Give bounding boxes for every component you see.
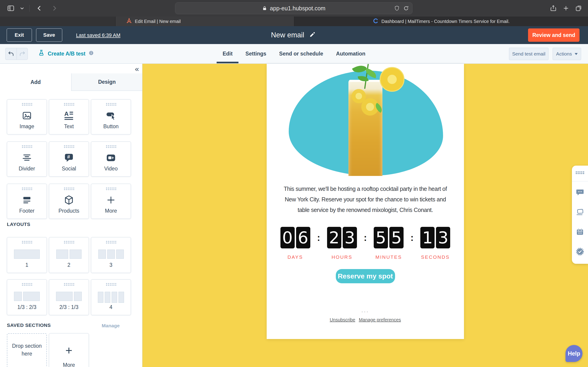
flask-icon: [38, 50, 44, 58]
drag-handle-icon: [64, 145, 74, 148]
hero-image-block[interactable]: [267, 64, 464, 176]
exit-button[interactable]: Exit: [7, 28, 32, 42]
drag-handle-icon: [22, 103, 32, 106]
body-line: This summer, we'll be hosting a rooftop …: [267, 184, 464, 194]
block-tile-products[interactable]: Products: [49, 184, 89, 219]
tab-settings[interactable]: Settings: [246, 44, 267, 63]
editor-toolbar: Create A/B test Edit Settings Send or sc…: [0, 44, 588, 64]
undo-button[interactable]: [5, 48, 17, 60]
layout-preview: [98, 292, 124, 303]
block-tile-button[interactable]: Button: [91, 99, 131, 134]
chevron-down-icon[interactable]: [20, 6, 24, 10]
drag-handle-icon: [22, 283, 32, 286]
drag-grid-icon[interactable]: [575, 171, 585, 174]
countdown-digit: 6: [296, 227, 310, 248]
countdown-separator: :: [364, 227, 367, 248]
footer-ellipsis: ...: [267, 308, 464, 314]
layout-tile-two-thirds-one-third[interactable]: 2/3 : 1/3: [49, 279, 89, 315]
unsubscribe-link[interactable]: Unsubscribe: [330, 317, 355, 322]
edit-title-pencil-icon[interactable]: [309, 32, 315, 39]
new-tab-icon[interactable]: [563, 5, 569, 11]
tab-edit[interactable]: Edit: [223, 44, 233, 63]
layout-preview: [56, 250, 82, 259]
email-footer-links: Unsubscribe Manage preferences: [267, 317, 464, 323]
certified-badge-icon[interactable]: [576, 247, 584, 257]
block-tile-footer[interactable]: Footer: [7, 184, 47, 219]
saved-more-tile[interactable]: + More: [49, 333, 89, 367]
collapse-sidebar-icon[interactable]: «: [135, 64, 139, 73]
divider: [29, 5, 30, 12]
countdown-timer-block[interactable]: 0 6 DAYS : 2 3 HOURS : 5: [267, 227, 464, 260]
countdown-label: DAYS: [288, 254, 303, 260]
countdown-digit: 5: [389, 227, 404, 248]
laptop-icon[interactable]: [575, 208, 585, 217]
block-tile-image[interactable]: Image: [7, 99, 47, 134]
products-icon: [64, 194, 74, 206]
help-button[interactable]: Help: [565, 345, 582, 362]
countdown-days: 0 6 DAYS: [280, 227, 310, 260]
browser-tab-mailtimers[interactable]: Dashboard | MailTimers - Countdown Timer…: [294, 17, 588, 26]
lemon-wheel-graphic: [380, 67, 405, 92]
forward-icon[interactable]: [51, 5, 58, 12]
social-icon: #: [64, 152, 74, 164]
layout-tile-1[interactable]: 1: [7, 237, 47, 273]
send-test-email-button[interactable]: Send test email: [509, 48, 548, 60]
browser-tab-label: Edit Email | New email: [135, 19, 181, 24]
countdown-hours: 2 3 HOURS: [327, 227, 357, 260]
tab-overview-icon[interactable]: [575, 5, 582, 12]
block-tile-social[interactable]: # Social: [49, 142, 89, 177]
saved-sections-title: SAVED SECTIONS: [7, 323, 51, 328]
block-tile-video[interactable]: Video: [91, 142, 131, 177]
divider-icon: [22, 152, 32, 164]
layout-tile-2[interactable]: 2: [49, 237, 89, 273]
drag-handle-icon: [106, 187, 116, 190]
sidebar-toggle-icon[interactable]: [7, 4, 15, 12]
mailtimers-icon: [373, 18, 379, 25]
layout-tile-3[interactable]: 3: [91, 237, 131, 273]
layout-tile-one-third-two-thirds[interactable]: 1/3 : 2/3: [7, 279, 47, 315]
layout-preview: [14, 250, 40, 259]
countdown-digit: 1: [420, 227, 435, 248]
browser-tab-edit-email[interactable]: Edit Email | New email: [115, 17, 294, 26]
save-button[interactable]: Save: [36, 28, 62, 42]
drag-handle-icon: [64, 283, 74, 286]
reserve-my-spot-button[interactable]: Reserve my spot: [336, 269, 395, 283]
calendar-icon[interactable]: [576, 227, 584, 237]
browser-tab-label: Dashboard | MailTimers - Countdown Timer…: [381, 19, 510, 24]
drop-section-zone[interactable]: Drop section here: [7, 333, 47, 367]
last-saved-link[interactable]: Last saved 6:39 AM: [76, 32, 120, 38]
countdown-minutes: 5 5 MINUTES: [374, 227, 404, 260]
reload-icon[interactable]: [403, 5, 409, 11]
hubspot-sprocket-icon: [126, 18, 132, 25]
sidebar-tab-add[interactable]: Add: [0, 73, 71, 91]
sidebar-tab-design[interactable]: Design: [71, 73, 142, 91]
create-ab-test-button[interactable]: Create A/B test: [38, 44, 94, 63]
content-sidebar: « Add Design Image A Text: [0, 64, 142, 367]
countdown-separator: :: [317, 227, 320, 248]
privacy-shield-icon[interactable]: [394, 5, 400, 11]
block-tile-more[interactable]: More: [91, 184, 131, 219]
tab-automation[interactable]: Automation: [336, 44, 365, 63]
email-title: New email: [271, 31, 304, 39]
address-bar[interactable]: app-eu1.hubspot.com: [175, 2, 413, 14]
redo-button[interactable]: [17, 48, 28, 60]
layout-tile-4[interactable]: 4: [91, 279, 131, 315]
review-and-send-button[interactable]: Review and send: [528, 28, 579, 42]
drag-handle-icon: [106, 283, 116, 286]
manage-link[interactable]: Manage: [102, 323, 120, 328]
block-tile-divider[interactable]: Divider: [7, 142, 47, 177]
block-tile-text[interactable]: A Text: [49, 99, 89, 134]
tab-send-or-schedule[interactable]: Send or schedule: [279, 44, 323, 63]
editor-header: Exit Save Last saved 6:39 AM New email R…: [0, 26, 588, 44]
actions-button[interactable]: Actions: [553, 48, 581, 60]
back-icon[interactable]: [36, 5, 43, 12]
email-preview: This summer, we'll be hosting a rooftop …: [267, 64, 464, 339]
comment-icon[interactable]: [576, 188, 584, 198]
video-icon: [106, 152, 116, 164]
manage-preferences-link[interactable]: Manage preferences: [359, 317, 401, 322]
share-icon[interactable]: [550, 5, 557, 12]
info-icon[interactable]: [89, 50, 94, 57]
caret-down-icon: [575, 53, 578, 55]
countdown-separator: :: [410, 227, 414, 248]
email-body-text[interactable]: This summer, we'll be hosting a rooftop …: [267, 184, 464, 215]
